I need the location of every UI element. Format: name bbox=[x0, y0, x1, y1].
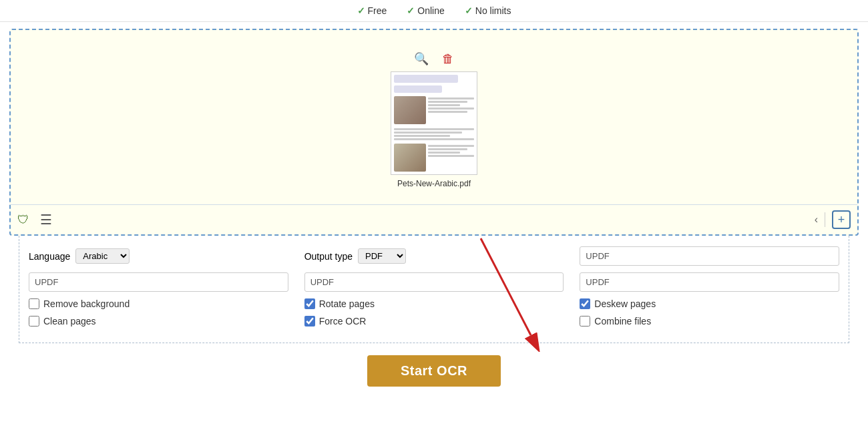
file-thumbnail bbox=[391, 71, 477, 175]
toolbar: 🛡 ☰ ‹ + bbox=[11, 204, 857, 234]
checkbox-clean-label[interactable]: Clean pages bbox=[43, 316, 96, 327]
checkbox-deskew[interactable] bbox=[580, 298, 590, 309]
start-btn-container: Start OCR bbox=[9, 355, 859, 387]
divider bbox=[825, 212, 825, 227]
checkbox-force-ocr-row: Force OCR bbox=[304, 316, 564, 327]
file-name: Pets-New-Arabic.pdf bbox=[397, 179, 471, 188]
add-file-button[interactable]: + bbox=[832, 210, 851, 229]
checkbox-force-ocr-label[interactable]: Force OCR bbox=[319, 316, 367, 327]
col2-input bbox=[304, 272, 564, 292]
zoom-button[interactable]: 🔍 bbox=[411, 50, 431, 67]
check-free-icon: ✓ bbox=[357, 5, 365, 16]
checkbox-deskew-row: Deskew pages bbox=[580, 298, 839, 309]
top-bar-nolimits: ✓ No limits bbox=[465, 5, 511, 16]
language-label: Language bbox=[29, 251, 70, 262]
top-bar-free-label: Free bbox=[368, 5, 387, 16]
check-online-icon: ✓ bbox=[407, 5, 415, 16]
prev-button[interactable]: ‹ bbox=[815, 214, 818, 226]
top-bar: ✓ Free ✓ Online ✓ No limits bbox=[0, 0, 868, 22]
checkbox-rotate[interactable] bbox=[304, 298, 315, 309]
checkbox-rotate-row: Rotate pages bbox=[304, 298, 564, 309]
upload-zone[interactable]: 🔍 🗑 bbox=[9, 29, 859, 236]
col3-top bbox=[580, 246, 839, 266]
delete-button[interactable]: 🗑 bbox=[439, 50, 457, 67]
main-container: 🔍 🗑 bbox=[0, 22, 868, 387]
output-type-label: Output type bbox=[304, 251, 353, 262]
language-select[interactable]: Arabic English French German bbox=[75, 248, 130, 264]
start-ocr-button[interactable]: Start OCR bbox=[367, 355, 501, 387]
options-row-4: Clean pages Force OCR Combine files bbox=[29, 316, 839, 327]
options-row-2 bbox=[29, 272, 839, 292]
col1-input bbox=[29, 272, 288, 292]
checkbox-clean-row: Clean pages bbox=[29, 316, 288, 327]
options-row-3: Remove background Rotate pages Deskew pa… bbox=[29, 298, 839, 309]
language-wrap: Language Arabic English French German bbox=[29, 246, 288, 266]
checkbox-clean[interactable] bbox=[29, 316, 39, 327]
output-type-wrap: Output type PDF DOCX TXT XLSX bbox=[304, 246, 564, 266]
file-icons-row: 🔍 🗑 bbox=[411, 50, 457, 67]
file-preview-area: 🔍 🗑 bbox=[391, 50, 477, 188]
input-col2[interactable] bbox=[304, 272, 564, 292]
input-col1[interactable] bbox=[29, 272, 288, 292]
top-bar-nolimits-label: No limits bbox=[475, 5, 511, 16]
check-nolimits-icon: ✓ bbox=[465, 5, 473, 16]
top-bar-free: ✓ Free bbox=[357, 5, 387, 16]
checkbox-remove-bg[interactable] bbox=[29, 298, 39, 309]
options-row-1: Language Arabic English French German Ou… bbox=[29, 246, 839, 266]
top-bar-online: ✓ Online bbox=[407, 5, 444, 16]
checkbox-force-ocr[interactable] bbox=[304, 316, 315, 327]
shield-icon[interactable]: 🛡 bbox=[17, 213, 29, 227]
checkbox-rotate-label[interactable]: Rotate pages bbox=[319, 298, 375, 309]
checkbox-combine-row: Combine files bbox=[580, 316, 839, 327]
col3-input bbox=[580, 272, 839, 292]
list-icon[interactable]: ☰ bbox=[40, 212, 52, 228]
checkbox-remove-bg-row: Remove background bbox=[29, 298, 288, 309]
top-bar-online-label: Online bbox=[417, 5, 444, 16]
input-col3-top[interactable] bbox=[580, 246, 839, 266]
checkbox-combine-label[interactable]: Combine files bbox=[594, 316, 651, 327]
checkbox-combine[interactable] bbox=[580, 316, 590, 327]
options-area: Language Arabic English French German Ou… bbox=[19, 236, 849, 343]
toolbar-right: ‹ + bbox=[815, 210, 851, 229]
input-col3[interactable] bbox=[580, 272, 839, 292]
checkbox-deskew-label[interactable]: Deskew pages bbox=[594, 298, 656, 309]
checkbox-remove-bg-label[interactable]: Remove background bbox=[43, 298, 130, 309]
output-type-select[interactable]: PDF DOCX TXT XLSX bbox=[358, 248, 406, 264]
